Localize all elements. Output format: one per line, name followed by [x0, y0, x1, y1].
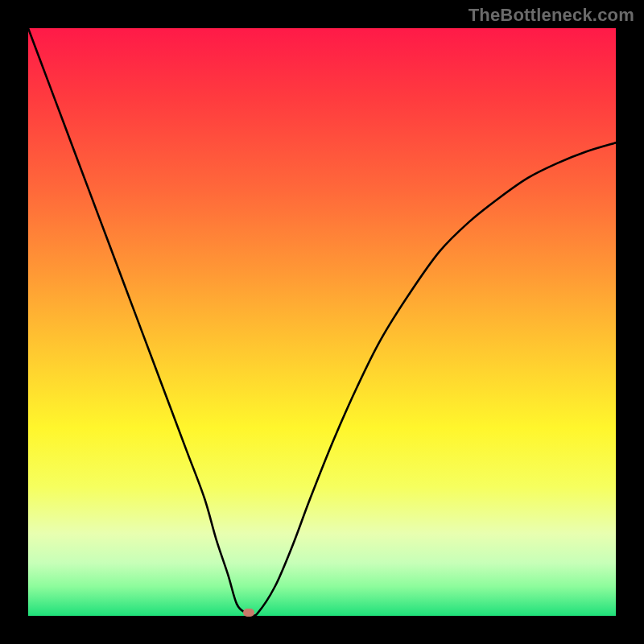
curve-svg — [28, 28, 616, 616]
bottleneck-curve — [28, 28, 616, 616]
plot-area — [28, 28, 616, 616]
chart-frame: TheBottleneck.com — [0, 0, 644, 644]
optimal-point-marker — [243, 609, 254, 617]
watermark-text: TheBottleneck.com — [469, 5, 634, 26]
